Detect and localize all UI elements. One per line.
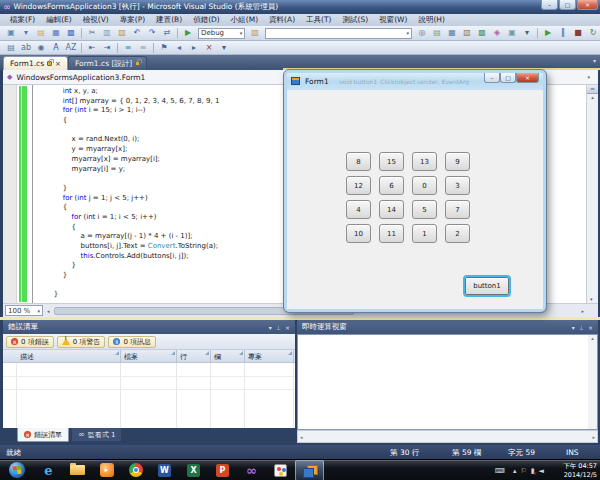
network-icon[interactable]: ▮× bbox=[531, 467, 535, 475]
uncomment-icon[interactable]: ≡ bbox=[136, 42, 150, 54]
errors-filter-button[interactable]: ×0 項錯誤 bbox=[6, 336, 54, 348]
object-browser-icon[interactable]: ▧ bbox=[460, 27, 474, 39]
chevron-down-icon[interactable]: ▾ bbox=[572, 324, 575, 331]
column-header[interactable]: 描述 bbox=[17, 350, 121, 363]
close-icon[interactable]: × bbox=[588, 324, 593, 331]
form-close-button[interactable]: × bbox=[516, 73, 539, 83]
save-icon[interactable]: ▦ bbox=[49, 27, 63, 39]
powerpoint-icon[interactable]: P bbox=[208, 460, 237, 480]
menu-item[interactable]: 視窗(W) bbox=[374, 14, 412, 26]
grid-button[interactable]: 11 bbox=[379, 224, 404, 243]
volume-icon[interactable]: ◄ bbox=[539, 467, 544, 475]
quick-info-icon[interactable]: ◉ bbox=[34, 42, 48, 54]
cut-icon[interactable]: ✂ bbox=[85, 27, 99, 39]
paint-icon[interactable] bbox=[266, 460, 295, 480]
member-list-icon[interactable]: ▤ bbox=[4, 42, 18, 54]
scroll-down-icon[interactable]: ▾ bbox=[590, 296, 593, 302]
menu-item[interactable]: 資料(A) bbox=[264, 14, 300, 26]
immediate-input-area[interactable] bbox=[297, 334, 598, 430]
immediate-vertical-scrollbar[interactable]: ▴ bbox=[588, 335, 597, 429]
scroll-right-icon[interactable]: ▸ bbox=[592, 434, 595, 440]
menu-item[interactable]: 編輯(E) bbox=[41, 14, 77, 26]
toolbar-options-icon[interactable]: ▾ bbox=[520, 27, 534, 39]
minimize-button[interactable]: – bbox=[541, 0, 558, 10]
menu-item[interactable]: 檢視(V) bbox=[78, 14, 114, 26]
start-debug-icon[interactable]: ▶ bbox=[181, 27, 195, 39]
pause-icon[interactable]: ‖ bbox=[556, 27, 570, 39]
form-maximize-button[interactable]: ▢ bbox=[500, 73, 516, 83]
menu-item[interactable]: 小組(M) bbox=[226, 14, 263, 26]
increase-indent-icon[interactable]: ⇥ bbox=[100, 42, 114, 54]
panel-tab[interactable]: ∞監看式 1 bbox=[71, 428, 122, 442]
keyboard-icon[interactable]: ⌨ bbox=[495, 467, 505, 475]
sort-icon[interactable]: AZ bbox=[64, 42, 78, 54]
messages-filter-button[interactable]: i0 項訊息 bbox=[108, 336, 156, 348]
pin-icon[interactable]: ⊥ bbox=[276, 324, 281, 331]
restart-icon[interactable]: ↻ bbox=[586, 27, 600, 39]
immediate-horizontal-scrollbar[interactable]: ◂▸ bbox=[297, 430, 598, 443]
start-page-icon[interactable]: ◈ bbox=[490, 27, 504, 39]
new-window-icon[interactable]: ▣ bbox=[4, 27, 18, 39]
form1-window[interactable]: Form1 void button1_Click(object sender, … bbox=[284, 70, 546, 312]
zoom-combobox[interactable]: 100 %▾ bbox=[5, 305, 43, 316]
navigate-icon[interactable]: ⇄ bbox=[160, 27, 174, 39]
grid-button[interactable]: 2 bbox=[445, 224, 470, 243]
form1-app-button[interactable] bbox=[295, 460, 324, 480]
action-center-icon[interactable]: ⚐ bbox=[520, 467, 526, 475]
menu-item[interactable]: 工具(T) bbox=[301, 14, 336, 26]
error-list-titlebar[interactable]: 錯誤清單 ▾⊥× bbox=[3, 320, 295, 334]
toggle-bookmark-icon[interactable]: ⚑ bbox=[157, 42, 171, 54]
paste-icon[interactable]: ▨ bbox=[115, 27, 129, 39]
breakpoint-margin[interactable] bbox=[3, 85, 17, 303]
excel-icon[interactable]: X bbox=[179, 460, 208, 480]
warnings-filter-button[interactable]: !0 項警告 bbox=[57, 336, 106, 348]
grid-button[interactable]: 7 bbox=[445, 200, 470, 219]
grid-button[interactable]: 3 bbox=[445, 176, 470, 195]
chrome-icon[interactable] bbox=[121, 460, 150, 480]
document-tab[interactable]: Form1.cs× bbox=[3, 56, 68, 70]
editor-vertical-scrollbar[interactable]: ═ ▴ ▾ bbox=[586, 85, 598, 303]
menu-item[interactable]: 說明(H) bbox=[413, 14, 450, 26]
continue-icon[interactable]: ▶ bbox=[541, 27, 555, 39]
menu-item[interactable]: 專案(P) bbox=[115, 14, 150, 26]
undo-icon[interactable]: ↶ bbox=[130, 27, 144, 39]
add-item-icon[interactable]: ▾ bbox=[19, 27, 33, 39]
close-icon[interactable]: × bbox=[285, 324, 290, 331]
scroll-up-icon[interactable]: ▴ bbox=[591, 94, 594, 100]
column-header[interactable]: 行 bbox=[177, 350, 211, 363]
word-completion-icon[interactable]: ab bbox=[19, 42, 33, 54]
form-minimize-button[interactable]: – bbox=[484, 73, 500, 83]
scroll-right-icon[interactable]: ▸ bbox=[581, 308, 584, 314]
column-header[interactable]: 檔案 bbox=[121, 350, 177, 363]
comment-icon[interactable]: ≡ bbox=[121, 42, 135, 54]
grid-button[interactable]: 4 bbox=[346, 200, 371, 219]
copy-icon[interactable]: ▥ bbox=[100, 27, 114, 39]
properties-window-icon[interactable]: ▦ bbox=[445, 27, 459, 39]
show-hidden-icons[interactable]: ▴ bbox=[513, 467, 517, 475]
close-button[interactable]: × bbox=[577, 0, 598, 10]
scroll-left-icon[interactable]: ◂ bbox=[47, 308, 50, 314]
pin-icon[interactable]: ⊥ bbox=[579, 324, 584, 331]
explorer-icon[interactable] bbox=[63, 460, 92, 480]
grid-button[interactable]: 1 bbox=[412, 224, 437, 243]
ie-icon[interactable]: e bbox=[34, 460, 63, 480]
grid-button[interactable]: 15 bbox=[379, 152, 404, 171]
complete-word-icon[interactable]: A bbox=[49, 42, 63, 54]
visual-studio-icon[interactable]: ∞ bbox=[237, 460, 266, 480]
menu-item[interactable]: 建置(B) bbox=[151, 14, 187, 26]
extensions-icon[interactable]: ▣ bbox=[505, 27, 519, 39]
code-text[interactable]: int x, y, a; int[] myarray = { 0, 1, 2, … bbox=[36, 87, 219, 300]
menu-item[interactable]: 偵錯(D) bbox=[188, 14, 225, 26]
redo-icon[interactable]: ↷ bbox=[145, 27, 159, 39]
immediate-titlebar[interactable]: 即時運算視窗 ▾⊥× bbox=[297, 320, 598, 334]
grid-button[interactable]: 14 bbox=[379, 200, 404, 219]
debug-config-combobox[interactable]: Debug▾ bbox=[198, 28, 245, 39]
grid-button[interactable]: 12 bbox=[346, 176, 371, 195]
menu-item[interactable]: 檔案(F) bbox=[5, 14, 40, 26]
panel-tab[interactable]: ×錯誤清單 bbox=[17, 428, 69, 442]
word-icon[interactable]: W bbox=[150, 460, 179, 480]
toolbox-icon[interactable]: ▩ bbox=[475, 27, 489, 39]
open-file-icon[interactable]: ▤ bbox=[34, 27, 48, 39]
close-icon[interactable]: × bbox=[55, 60, 61, 68]
prev-bookmark-icon[interactable]: ◂ bbox=[172, 42, 186, 54]
